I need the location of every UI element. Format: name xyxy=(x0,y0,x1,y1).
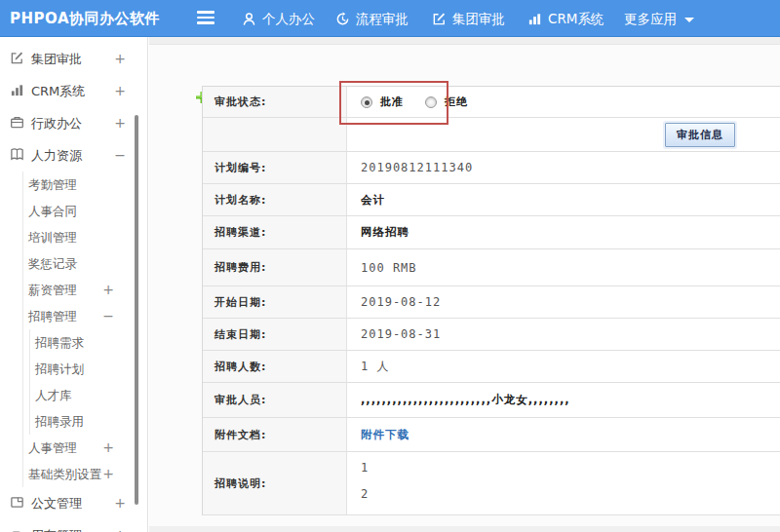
nav-label: 个人办公 xyxy=(262,11,315,26)
sidebar-item-base-category[interactable]: 基础类别设置 + xyxy=(23,461,147,487)
radio-approve[interactable] xyxy=(361,96,372,108)
recruit-submenu: 招聘需求 招聘计划 人才库 招聘录用 xyxy=(29,329,147,435)
sidebar-item-label: 人事管理 xyxy=(28,440,77,455)
sidebar-item-personnel-mgmt[interactable]: 人事管理 + xyxy=(23,435,147,461)
sidebar-item-attendance[interactable]: 考勤管理 xyxy=(23,171,147,198)
attachment-download-link[interactable]: 附件下载 xyxy=(361,428,410,442)
sidebar-item-document-mgmt[interactable]: 公文管理 + xyxy=(0,487,147,519)
sidebar-item-label: 人力资源 xyxy=(31,148,82,163)
table-row-approvers: 审批人员: ,,,,,,,,,,,,,,,,,,,,,,,,,小龙女,,,,,,… xyxy=(203,383,780,418)
document-icon xyxy=(10,489,25,521)
expand-toggle[interactable]: − xyxy=(102,303,114,329)
sidebar-item-vehicle-mgmt[interactable]: 用车管理 + xyxy=(0,519,147,532)
table-row-plan-name: 计划名称: 会计 xyxy=(203,184,780,216)
sidebar-item-label: 基础类别设置 xyxy=(28,467,101,481)
content-bottom-strip xyxy=(149,526,780,532)
book-icon xyxy=(10,141,25,173)
sidebar-item-label: 集团审批 xyxy=(31,52,82,66)
expand-toggle[interactable]: + xyxy=(102,277,114,303)
nav-group-approval[interactable]: 集团审批 xyxy=(432,0,505,37)
sidebar-item-label: 行政办公 xyxy=(31,116,82,131)
nav-label: 集团审批 xyxy=(452,11,505,26)
table-row-recruit-cost: 招聘费用: 100 RMB xyxy=(203,249,780,286)
radio-approve-label[interactable]: 批准 xyxy=(380,95,404,109)
expand-toggle[interactable]: + xyxy=(114,43,126,75)
nav-process-approval[interactable]: 流程审批 xyxy=(335,0,409,37)
table-row-end-date: 结束日期: 2019-08-31 xyxy=(203,319,780,351)
app-window: PHPOA协同办公软件 个人办公 流程审批 集团审批 xyxy=(0,0,780,532)
row-label: 招聘人数: xyxy=(203,351,347,382)
content-top-strip xyxy=(149,37,780,45)
table-row-plan-number: 计划编号: 20190812111340 xyxy=(203,152,780,184)
nav-more-apps[interactable]: 更多应用 xyxy=(624,0,694,37)
expand-toggle[interactable]: + xyxy=(114,519,126,532)
radio-reject[interactable] xyxy=(425,96,437,108)
row-value: 100 RMB xyxy=(347,249,780,285)
sidebar-item-label: CRM系统 xyxy=(31,84,85,98)
sidebar-item-training[interactable]: 培训管理 xyxy=(23,224,147,250)
briefcase-icon xyxy=(10,109,25,141)
expand-toggle[interactable]: + xyxy=(102,461,114,487)
nav-label: 更多应用 xyxy=(624,11,677,26)
row-value: 2019-08-12 xyxy=(347,286,780,318)
expand-toggle[interactable]: − xyxy=(114,139,126,171)
expand-toggle[interactable]: + xyxy=(114,75,126,107)
sidebar-item-label: 招聘需求 xyxy=(35,335,84,350)
row-value: 网络招聘 xyxy=(347,216,780,248)
row-label: 招聘说明: xyxy=(203,452,347,514)
main-content: 会计 招聘计划 审批状态: 批准 拒绝 xyxy=(149,37,780,532)
row-label: 计划编号: xyxy=(203,152,347,183)
radio-reject-label[interactable]: 拒绝 xyxy=(445,95,468,109)
expand-toggle[interactable]: + xyxy=(114,487,126,519)
sidebar-item-group-approval[interactable]: 集团审批 + xyxy=(0,43,147,75)
sidebar-item-rewards[interactable]: 奖惩记录 xyxy=(23,250,147,277)
sidebar-item-label: 培训管理 xyxy=(28,230,77,245)
sidebar-item-crm[interactable]: CRM系统 + xyxy=(0,75,147,107)
hamburger-menu-icon[interactable] xyxy=(197,11,214,26)
row-label: 结束日期: xyxy=(203,319,347,350)
top-navbar: PHPOA协同办公软件 个人办公 流程审批 集团审批 xyxy=(0,0,780,37)
sidebar-item-talent-pool[interactable]: 人才库 xyxy=(30,382,147,408)
table-row-start-date: 开始日期: 2019-08-12 xyxy=(203,286,780,319)
table-row-recruit-description: 招聘说明: 1 2 xyxy=(203,452,780,515)
sidebar-item-recruit-hire[interactable]: 招聘录用 xyxy=(30,408,147,435)
sidebar-item-salary[interactable]: 薪资管理 + xyxy=(23,277,147,303)
sidebar-item-label: 人事合同 xyxy=(28,204,77,218)
car-icon xyxy=(10,521,25,532)
table-row-approval-button: 审批信息 xyxy=(203,118,780,152)
row-label: 附件文档: xyxy=(203,418,347,451)
app-logo: PHPOA协同办公软件 xyxy=(10,0,160,37)
approval-radio-group: 批准 拒绝 xyxy=(361,95,482,109)
process-icon xyxy=(335,12,350,26)
person-icon xyxy=(242,12,256,26)
row-label: 审批人员: xyxy=(203,383,347,417)
sidebar-scrollbar[interactable] xyxy=(135,115,138,505)
sidebar-item-label: 公文管理 xyxy=(31,496,82,511)
bar-chart-icon xyxy=(527,12,542,26)
nav-personal-office[interactable]: 个人办公 xyxy=(242,0,315,37)
sidebar-item-recruit-demand[interactable]: 招聘需求 xyxy=(30,329,147,356)
sidebar-item-hr-contract[interactable]: 人事合同 xyxy=(23,198,147,224)
caret-down-icon xyxy=(684,18,694,22)
bar-chart-icon xyxy=(10,77,25,109)
row-label: 招聘费用: xyxy=(203,249,347,285)
sidebar: 集团审批 + CRM系统 + 行政办公 + xyxy=(0,37,148,532)
expand-toggle[interactable]: + xyxy=(114,107,126,139)
sidebar-item-label: 薪资管理 xyxy=(28,283,77,297)
sidebar-item-admin-office[interactable]: 行政办公 + xyxy=(0,107,147,139)
expand-toggle[interactable]: + xyxy=(102,435,114,461)
sidebar-item-recruit-mgmt[interactable]: 招聘管理 − xyxy=(23,303,147,329)
description-line: 1 xyxy=(361,461,368,475)
row-label: 招聘渠道: xyxy=(203,216,347,248)
row-value: 2019-08-31 xyxy=(347,319,780,350)
approval-info-button[interactable]: 审批信息 xyxy=(665,123,735,147)
nav-crm-system[interactable]: CRM系统 xyxy=(527,0,604,37)
table-row-headcount: 招聘人数: 1 人 xyxy=(203,351,780,383)
sidebar-item-recruit-plan[interactable]: 招聘计划 xyxy=(30,356,147,382)
edit-icon xyxy=(10,45,25,77)
sidebar-item-hr[interactable]: 人力资源 − xyxy=(0,139,147,171)
row-label: 开始日期: xyxy=(203,286,347,318)
row-label: 计划名称: xyxy=(203,184,347,215)
description-line: 2 xyxy=(361,487,368,501)
table-row-approval-status: 审批状态: 批准 拒绝 xyxy=(203,87,780,118)
